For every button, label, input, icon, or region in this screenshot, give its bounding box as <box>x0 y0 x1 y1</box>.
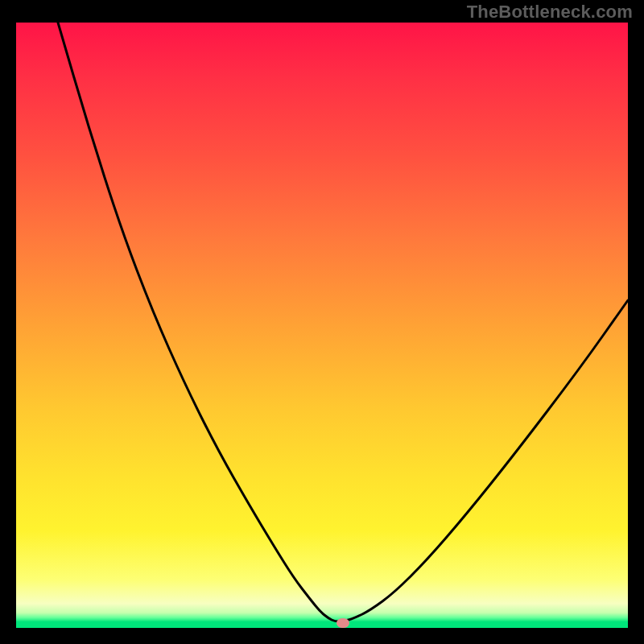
optimal-point-marker <box>336 618 349 628</box>
plot-area <box>16 23 628 628</box>
bottleneck-curve <box>16 23 628 628</box>
chart-frame: TheBottleneck.com <box>0 0 644 644</box>
watermark-text: TheBottleneck.com <box>467 2 633 23</box>
